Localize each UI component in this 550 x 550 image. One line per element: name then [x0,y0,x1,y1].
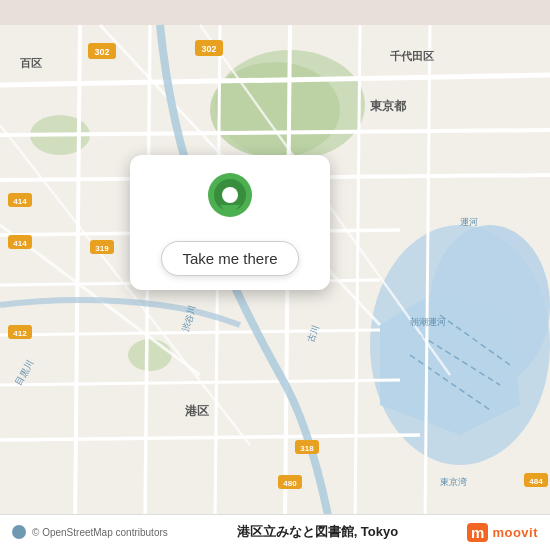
location-name-text: 港区立みなと図書館, Tokyo [237,524,399,539]
svg-text:302: 302 [201,44,216,54]
svg-text:港区: 港区 [185,404,209,418]
bottom-bar: © OpenStreetMap contributors 港区立みなと図書館, … [0,514,550,551]
location-pin-icon [206,173,254,229]
svg-text:319: 319 [95,244,109,253]
take-me-there-button[interactable]: Take me there [161,241,298,276]
svg-text:千代田区: 千代田区 [390,50,434,62]
svg-text:運河: 運河 [460,217,478,227]
map-attribution: © OpenStreetMap contributors [12,525,168,539]
svg-text:318: 318 [300,444,314,453]
action-card: Take me there [130,155,330,290]
svg-text:412: 412 [13,329,27,338]
svg-point-8 [210,62,340,158]
svg-text:東京湾: 東京湾 [440,477,467,487]
moovit-logo: m moovit [467,523,538,543]
svg-text:480: 480 [283,479,297,488]
svg-text:朝潮運河: 朝潮運河 [410,317,446,327]
moovit-wordmark: moovit [492,525,538,540]
svg-text:東京都: 東京都 [370,99,407,113]
svg-text:百区: 百区 [20,57,42,69]
svg-text:302: 302 [94,47,109,57]
map-container: 302 302 414 414 319 412 318 480 484 百区 千… [0,0,550,550]
svg-text:484: 484 [529,477,543,486]
svg-point-10 [128,339,172,371]
svg-text:414: 414 [13,239,27,248]
osm-icon [12,525,26,539]
attribution-text: © OpenStreetMap contributors [32,527,168,538]
svg-text:414: 414 [13,197,27,206]
svg-point-59 [222,187,238,203]
moovit-m-letter: m [467,523,488,543]
location-info: 港区立みなと図書館, Tokyo [176,523,459,541]
